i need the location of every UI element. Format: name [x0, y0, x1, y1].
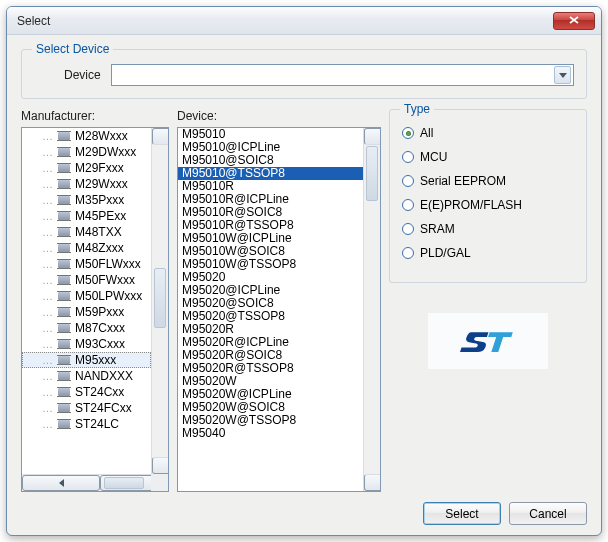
tree-item-label: M29Wxxx	[75, 177, 128, 191]
tree-guide-icon: …	[42, 131, 53, 142]
radio-label: SRAM	[420, 222, 455, 236]
type-group-label: Type	[400, 102, 434, 116]
tree-item-label: M50FWxxx	[75, 273, 135, 287]
tree-item[interactable]: …M50LPWxxx	[22, 288, 151, 304]
cancel-button[interactable]: Cancel	[509, 502, 587, 525]
tree-item[interactable]: …M87Cxxx	[22, 320, 151, 336]
tree-guide-icon: …	[42, 291, 53, 302]
tree-item[interactable]: …ST24Cxx	[22, 384, 151, 400]
list-item[interactable]: M95040	[178, 427, 363, 440]
tree-guide-icon: …	[42, 387, 53, 398]
radio-icon[interactable]	[402, 127, 414, 139]
radio-icon[interactable]	[402, 151, 414, 163]
scroll-up-icon[interactable]	[152, 128, 169, 145]
tree-item-label: M48Zxxx	[75, 241, 124, 255]
tree-item[interactable]: …M93Cxxx	[22, 336, 151, 352]
tree-item[interactable]: …ST24LC	[22, 416, 151, 432]
tree-guide-icon: …	[42, 259, 53, 270]
chip-icon	[57, 402, 71, 414]
tree-guide-icon: …	[42, 227, 53, 238]
tree-item-label: ST24Cxx	[75, 385, 124, 399]
device-listbox[interactable]: M95010M95010@ICPLineM95010@SOIC8M95010@T…	[177, 127, 381, 492]
tree-guide-icon: …	[42, 403, 53, 414]
radio-option[interactable]: SRAM	[402, 222, 574, 236]
type-group: Type AllMCUSerial EEPROME(E)PROM/FLASHSR…	[389, 109, 587, 283]
chip-icon	[57, 178, 71, 190]
chip-icon	[57, 226, 71, 238]
tree-item[interactable]: …M29Wxxx	[22, 176, 151, 192]
device-panel: Device: M95010M95010@ICPLineM95010@SOIC8…	[177, 109, 381, 492]
tree-item-label: M50LPWxxx	[75, 289, 142, 303]
tree-item[interactable]: …M59Pxxx	[22, 304, 151, 320]
chevron-down-icon[interactable]	[554, 66, 571, 84]
tree-item[interactable]: …M50FWxxx	[22, 272, 151, 288]
scrollbar-thumb[interactable]	[366, 146, 378, 201]
manufacturer-logo	[428, 313, 548, 369]
tree-item[interactable]: …M45PExx	[22, 208, 151, 224]
scrollbar-thumb[interactable]	[154, 268, 166, 328]
radio-icon[interactable]	[402, 175, 414, 187]
radio-option[interactable]: PLD/GAL	[402, 246, 574, 260]
device-field-label: Device	[64, 68, 101, 82]
radio-label: Serial EEPROM	[420, 174, 506, 188]
close-icon	[569, 15, 579, 26]
radio-icon[interactable]	[402, 223, 414, 235]
radio-option[interactable]: Serial EEPROM	[402, 174, 574, 188]
scrollbar-horizontal[interactable]	[22, 474, 151, 491]
chip-icon	[57, 386, 71, 398]
tree-item-label: M93Cxxx	[75, 337, 125, 351]
tree-item-label: M48TXX	[75, 225, 122, 239]
chip-icon	[57, 162, 71, 174]
manufacturer-tree[interactable]: …M28Wxxx…M29DWxxx…M29Fxxx…M29Wxxx…M35Pxx…	[21, 127, 169, 492]
tree-guide-icon: …	[42, 307, 53, 318]
scrollbar-vertical[interactable]	[363, 128, 380, 491]
tree-item-label: M35Pxxx	[75, 193, 124, 207]
scroll-up-icon[interactable]	[364, 128, 381, 145]
radio-option[interactable]: MCU	[402, 150, 574, 164]
chip-icon	[57, 370, 71, 382]
tree-item-label: M59Pxxx	[75, 305, 124, 319]
scroll-corner	[151, 474, 168, 491]
device-combobox[interactable]	[111, 64, 574, 86]
tree-guide-icon: …	[42, 323, 53, 334]
radio-option[interactable]: E(E)PROM/FLASH	[402, 198, 574, 212]
scrollbar-thumb-h[interactable]	[104, 477, 144, 489]
scroll-down-icon[interactable]	[364, 474, 381, 491]
titlebar[interactable]: Select	[7, 7, 601, 35]
radio-icon[interactable]	[402, 247, 414, 259]
dialog-body: Select Device Device Manufacturer: …M28W…	[7, 35, 601, 535]
tree-item[interactable]: …M48Zxxx	[22, 240, 151, 256]
tree-item[interactable]: …M35Pxxx	[22, 192, 151, 208]
tree-item[interactable]: …M29DWxxx	[22, 144, 151, 160]
right-panel: Type AllMCUSerial EEPROME(E)PROM/FLASHSR…	[389, 109, 587, 492]
scroll-left-icon[interactable]	[22, 475, 100, 491]
radio-icon[interactable]	[402, 199, 414, 211]
select-button[interactable]: Select	[423, 502, 501, 525]
tree-item[interactable]: …M95xxx	[22, 352, 151, 368]
scroll-down-icon[interactable]	[152, 457, 169, 474]
tree-item-label: ST24LC	[75, 417, 119, 431]
close-button[interactable]	[553, 12, 595, 30]
tree-guide-icon: …	[42, 355, 53, 366]
chip-icon	[57, 242, 71, 254]
tree-item-label: NANDXXX	[75, 369, 133, 383]
tree-item[interactable]: …ST24FCxx	[22, 400, 151, 416]
tree-item-label: M87Cxxx	[75, 321, 125, 335]
tree-item[interactable]: …M50FLWxxx	[22, 256, 151, 272]
tree-guide-icon: …	[42, 163, 53, 174]
chip-icon	[57, 258, 71, 270]
tree-item[interactable]: …M28Wxxx	[22, 128, 151, 144]
tree-item-label: M28Wxxx	[75, 129, 128, 143]
chip-icon	[57, 306, 71, 318]
tree-item[interactable]: …M29Fxxx	[22, 160, 151, 176]
st-logo-icon	[459, 326, 517, 356]
tree-guide-icon: …	[42, 339, 53, 350]
tree-guide-icon: …	[42, 419, 53, 430]
tree-item[interactable]: …M48TXX	[22, 224, 151, 240]
tree-item-label: M29Fxxx	[75, 161, 124, 175]
radio-label: All	[420, 126, 433, 140]
scrollbar-vertical[interactable]	[151, 128, 168, 474]
radio-option[interactable]: All	[402, 126, 574, 140]
select-device-group-label: Select Device	[32, 42, 113, 56]
tree-item[interactable]: …NANDXXX	[22, 368, 151, 384]
